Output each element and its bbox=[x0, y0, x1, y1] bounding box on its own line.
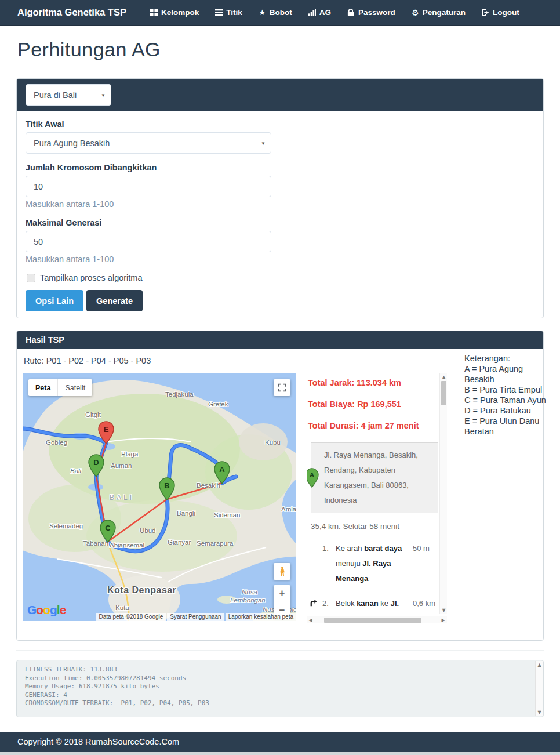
zoom-in-button[interactable]: + bbox=[274, 585, 290, 602]
legend-line: C = Pura Taman Ayun bbox=[464, 395, 549, 405]
log-vertical-scrollbar[interactable]: ▲ ▼ bbox=[535, 661, 543, 716]
titik-awal-label: Titik Awal bbox=[26, 119, 534, 129]
direction-steps: 1.Ke arah barat daya menuju Jl. Raya Men… bbox=[307, 536, 439, 615]
map-label: Gobleg bbox=[46, 439, 67, 446]
lock-icon bbox=[347, 8, 355, 17]
legend-line: D = Pura Batukau bbox=[464, 405, 549, 416]
start-address-box: A Jl. Raya Menanga, Besakih, Rendang, Ka… bbox=[311, 442, 438, 513]
google-logo[interactable]: Google bbox=[27, 603, 66, 617]
map-label: Bangli bbox=[177, 510, 195, 517]
map-marker-a[interactable]: A bbox=[214, 461, 230, 484]
page: Algoritma Genetika TSP KelompokTitik★Bob… bbox=[0, 0, 560, 755]
scroll-down-arrow[interactable]: ▼ bbox=[536, 709, 543, 716]
copyright-text: Copyright © 2018 RumahSourceCode.Com bbox=[0, 732, 560, 752]
totals: Total Jarak: 113.034 kmTotal Biaya: Rp 1… bbox=[307, 373, 439, 430]
fullscreen-icon bbox=[278, 383, 286, 392]
nav-item-label: Titik bbox=[226, 8, 242, 17]
google-map[interactable]: AJATedjakulaGretekGitgitGoblegKubuPlagaA… bbox=[23, 373, 296, 621]
route-summary-text: Rute: P01 - P02 - P04 - P05 - P03 bbox=[24, 356, 151, 365]
start-address-text: Jl. Raya Menanga, Besakih, Rendang, Kabu… bbox=[324, 451, 418, 504]
directions-vertical-scrollbar[interactable]: ▲ ▼ bbox=[439, 373, 447, 614]
map-label: Kuta bbox=[115, 604, 129, 611]
map-label: Plaga bbox=[121, 451, 138, 458]
scrollbar-thumb[interactable] bbox=[441, 381, 446, 405]
street-view-pegman-button[interactable] bbox=[274, 563, 290, 580]
directions-horizontal-scrollbar[interactable]: ◀ ▶ bbox=[307, 616, 447, 623]
nav-item-logout[interactable]: Logout bbox=[481, 8, 519, 17]
gear-icon: ⚙ bbox=[411, 8, 420, 17]
map-marker-c[interactable]: C bbox=[100, 520, 116, 543]
map-type-control: Peta Satelit bbox=[28, 379, 92, 396]
map-label: Nusa bbox=[242, 589, 257, 596]
map-label: Sideman bbox=[214, 511, 240, 518]
svg-text:D: D bbox=[93, 458, 99, 467]
show-process-label: Tampilkan proses algoritma bbox=[40, 273, 143, 282]
step-number: 1. bbox=[322, 541, 336, 586]
opsi-lain-button[interactable]: Opsi Lain bbox=[26, 290, 83, 311]
map-label: Tedjakula bbox=[165, 391, 194, 398]
map-marker-d[interactable]: D bbox=[88, 454, 104, 477]
satellite-type-button[interactable]: Satelit bbox=[57, 379, 92, 396]
scroll-up-arrow[interactable]: ▲ bbox=[440, 373, 448, 381]
scrollbar-thumb[interactable] bbox=[324, 618, 421, 623]
scroll-right-arrow[interactable]: ▶ bbox=[439, 616, 447, 624]
nav-item-label: Pengaturan bbox=[423, 8, 466, 17]
direction-step: 1.Ke arah barat daya menuju Jl. Raya Men… bbox=[307, 536, 439, 591]
legend-line: B = Pura Tirta Empul bbox=[464, 384, 549, 395]
step-distance: 50 m bbox=[413, 541, 439, 586]
legend-line: E = Pura Ulun Danu Beratan bbox=[464, 416, 549, 437]
list-icon bbox=[214, 8, 223, 17]
nav-item-ag[interactable]: AG bbox=[308, 8, 331, 17]
map-label: Kota Denpasar bbox=[107, 585, 176, 596]
kromosom-input[interactable] bbox=[26, 176, 271, 197]
scroll-left-arrow[interactable]: ◀ bbox=[307, 616, 314, 624]
map-label: Amlapura bbox=[281, 506, 296, 513]
log-line: Memory Usage: 618.921875 kilo bytes bbox=[25, 683, 532, 691]
direction-step: 2.Belok kanan ke Jl. Raya Menanga0,6 km bbox=[307, 591, 439, 615]
map-type-button[interactable]: Peta bbox=[28, 379, 57, 396]
turn-right-icon bbox=[307, 596, 322, 615]
log-line: GENERASI: 4 bbox=[25, 691, 532, 700]
map-marker-b[interactable]: B bbox=[159, 477, 175, 500]
svg-text:C: C bbox=[105, 524, 111, 532]
generasi-input[interactable] bbox=[26, 231, 271, 252]
calculation-form-panel: Pura di Bali ▼ Titik Awal Pura Agung Bes… bbox=[16, 78, 544, 318]
show-process-row: Tampilkan proses algoritma bbox=[27, 273, 534, 282]
show-process-checkbox[interactable] bbox=[27, 274, 35, 282]
nav-item-kelompok[interactable]: Kelompok bbox=[150, 8, 199, 17]
pegman-icon bbox=[279, 566, 286, 577]
step-instruction: Belok kanan ke Jl. Raya Menanga bbox=[336, 596, 413, 615]
nav-item-pengaturan[interactable]: ⚙Pengaturan bbox=[411, 8, 466, 17]
nav-item-password[interactable]: Password bbox=[347, 8, 395, 17]
dataset-select-value: Pura di Bali bbox=[34, 90, 77, 100]
kromosom-label: Jumlah Kromosom Dibangkitkan bbox=[26, 163, 534, 172]
total-line: Total Durasi: 4 jam 27 menit bbox=[308, 421, 439, 430]
logout-icon bbox=[481, 8, 490, 17]
nav-item-titik[interactable]: Titik bbox=[214, 8, 242, 17]
nav-items: KelompokTitik★BobotAGPassword⚙Pengaturan… bbox=[150, 8, 519, 17]
nav-item-label: AG bbox=[319, 8, 331, 17]
generate-button[interactable]: Generate bbox=[86, 290, 143, 311]
titik-awal-select[interactable]: Pura Agung Besakih ▼ bbox=[26, 132, 271, 154]
nav-item-label: Password bbox=[358, 8, 395, 17]
map-marker-e[interactable]: E bbox=[98, 421, 114, 444]
form-panel-heading: Pura di Bali ▼ bbox=[17, 79, 543, 111]
app-brand[interactable]: Algoritma Genetika TSP bbox=[17, 7, 126, 18]
scroll-up-arrow[interactable]: ▲ bbox=[536, 661, 543, 669]
no-icon bbox=[307, 541, 322, 586]
nav-item-label: Bobot bbox=[270, 8, 292, 17]
fullscreen-button[interactable] bbox=[274, 379, 290, 396]
nav-item-label: Logout bbox=[493, 8, 519, 17]
scroll-down-arrow[interactable]: ▼ bbox=[440, 607, 448, 614]
legend-line: A = Pura Agung Besakih bbox=[464, 364, 549, 384]
navbar: Algoritma Genetika TSP KelompokTitik★Bob… bbox=[0, 0, 560, 26]
dataset-select[interactable]: Pura di Bali ▼ bbox=[26, 84, 111, 106]
legend-line: Keterangan: bbox=[464, 353, 549, 364]
hasil-panel-heading: Hasil TSP bbox=[17, 331, 543, 349]
terms-link[interactable]: Syarat Penggunaan bbox=[167, 613, 224, 621]
chevron-down-icon: ▼ bbox=[261, 140, 266, 146]
report-error-link[interactable]: Laporkan kesalahan peta bbox=[226, 613, 296, 621]
star-icon: ★ bbox=[258, 8, 267, 17]
divider bbox=[16, 650, 544, 651]
nav-item-bobot[interactable]: ★Bobot bbox=[258, 8, 292, 17]
